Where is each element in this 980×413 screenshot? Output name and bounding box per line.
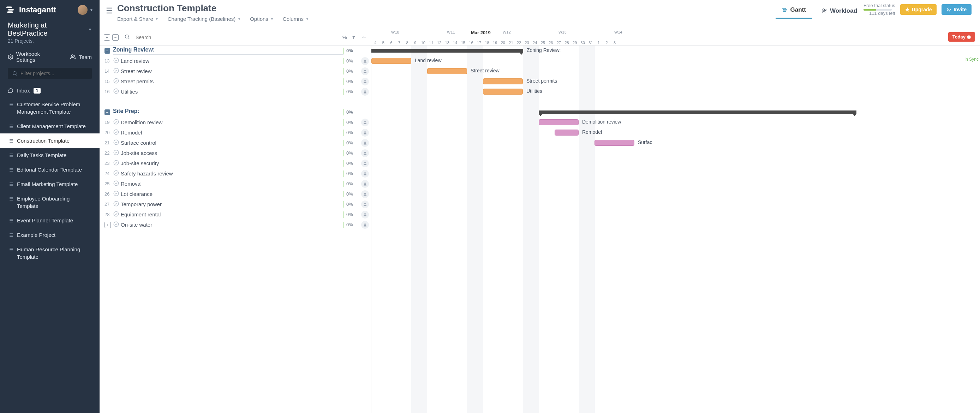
header-menu-item[interactable]: Export & Share ▼	[117, 16, 159, 29]
task-row[interactable]: 20Remodel0%	[100, 127, 371, 138]
summary-bar[interactable]	[539, 111, 856, 114]
assignee-button[interactable]	[359, 160, 371, 167]
percent-filter[interactable]: %	[342, 35, 347, 40]
task-row[interactable]: 14Street review0%	[100, 66, 371, 76]
filter-projects-input[interactable]	[8, 68, 92, 79]
task-row[interactable]: 15Street permits0%	[100, 76, 371, 86]
complete-toggle[interactable]	[113, 88, 121, 96]
task-name: Utilities	[121, 89, 344, 95]
complete-toggle[interactable]	[113, 221, 121, 229]
sidebar-project-item[interactable]: Employee Onboarding Template	[0, 191, 100, 213]
task-bar[interactable]	[371, 58, 411, 64]
sidebar-project-item[interactable]: Human Resource Planning Template	[0, 242, 100, 264]
svg-point-80	[364, 70, 366, 71]
complete-toggle[interactable]	[113, 57, 121, 65]
complete-toggle[interactable]	[113, 180, 121, 188]
sidebar-project-item[interactable]: Event Planner Template	[0, 213, 100, 228]
task-row[interactable]: 26Lot clearance0%	[100, 189, 371, 199]
complete-toggle[interactable]	[113, 149, 121, 157]
back-arrow[interactable]: ←	[361, 33, 367, 41]
logo[interactable]: Instagantt	[6, 5, 56, 14]
complete-toggle[interactable]	[113, 67, 121, 75]
task-row[interactable]: 19Demolition review0%	[100, 117, 371, 127]
inbox-link[interactable]: Inbox 1	[0, 84, 100, 97]
assignee-button[interactable]	[359, 78, 371, 86]
complete-toggle[interactable]	[113, 200, 121, 208]
hamburger-menu[interactable]: ☰	[106, 3, 117, 16]
complete-toggle[interactable]	[113, 170, 121, 178]
summary-bar[interactable]	[371, 49, 523, 52]
complete-toggle[interactable]	[113, 160, 121, 167]
row-number: 14	[105, 68, 113, 74]
task-bar[interactable]	[427, 68, 467, 74]
expand-all-button[interactable]: +	[104, 34, 110, 41]
upgrade-button[interactable]: ★Upgrade	[900, 4, 937, 15]
collapse-icon[interactable]: −	[105, 110, 110, 115]
team-link[interactable]: Team	[70, 51, 92, 63]
complete-toggle[interactable]	[113, 139, 121, 147]
task-bar[interactable]	[483, 89, 523, 95]
task-row[interactable]: +On-site water0%	[100, 219, 371, 230]
day-label: 8	[403, 41, 411, 45]
task-row[interactable]: 25Removal0%	[100, 179, 371, 189]
header-menu-item[interactable]: Options ▼	[250, 16, 274, 29]
filter-icon[interactable]	[352, 35, 356, 40]
task-row[interactable]: 27Temporary power0%	[100, 199, 371, 209]
task-group-row[interactable]: −Site Prep:0%	[100, 107, 371, 117]
assignee-button[interactable]	[359, 88, 371, 96]
filter-field[interactable]	[21, 71, 88, 76]
sidebar-project-item[interactable]: Client Management Template	[0, 119, 100, 133]
collapse-icon[interactable]: −	[105, 48, 110, 54]
task-bar[interactable]	[555, 130, 579, 135]
assignee-button[interactable]	[359, 221, 371, 229]
header-menu-item[interactable]: Columns ▼	[283, 16, 309, 29]
search-input[interactable]	[135, 35, 242, 40]
header-menu-item[interactable]: Change Tracking (Baselines) ▼	[168, 16, 241, 29]
workbook-settings-link[interactable]: Workbook Settings	[8, 51, 60, 63]
today-button[interactable]: Today◉	[948, 32, 975, 42]
assignee-button[interactable]	[359, 129, 371, 137]
task-row[interactable]: 28Equipment rental0%	[100, 209, 371, 219]
sidebar-project-item[interactable]: Editorial Calendar Template	[0, 162, 100, 177]
sidebar-project-item[interactable]: Email Marketing Template	[0, 177, 100, 191]
assignee-button[interactable]	[359, 200, 371, 208]
task-row[interactable]: 22Job-site access0%	[100, 148, 371, 158]
invite-button[interactable]: Invite	[942, 4, 972, 15]
assignee-button[interactable]	[359, 149, 371, 157]
tab-gantt[interactable]: Gantt	[776, 3, 812, 19]
task-bar[interactable]	[595, 140, 635, 146]
assignee-button[interactable]	[359, 211, 371, 219]
task-row[interactable]: 16Utilities0%	[100, 86, 371, 97]
complete-toggle[interactable]	[113, 129, 121, 137]
complete-toggle[interactable]	[113, 78, 121, 86]
assignee-button[interactable]	[359, 119, 371, 126]
search-button[interactable]	[124, 34, 130, 41]
sidebar-project-item[interactable]: Daily Tasks Template	[0, 148, 100, 162]
task-group-row[interactable]: −Zoning Review:0%	[100, 46, 371, 56]
assignee-button[interactable]	[359, 180, 371, 188]
assignee-button[interactable]	[359, 139, 371, 147]
task-bar[interactable]	[483, 78, 523, 84]
task-bar[interactable]	[539, 119, 579, 125]
tab-workload[interactable]: Workload	[815, 4, 864, 19]
user-menu[interactable]: ▼	[78, 5, 93, 15]
add-subtask-button[interactable]: +	[105, 222, 111, 228]
task-row[interactable]: 21Surface control0%	[100, 138, 371, 148]
task-row[interactable]: 13Land review0%	[100, 56, 371, 66]
row-percent: 0%	[344, 160, 359, 167]
gantt-chart[interactable]: In Sync Zoning Review:Land reviewStreet …	[371, 46, 980, 413]
assignee-button[interactable]	[359, 190, 371, 198]
task-row[interactable]: 24Safety hazards review0%	[100, 168, 371, 179]
sidebar-project-item[interactable]: Customer Service Problem Management Temp…	[0, 97, 100, 119]
complete-toggle[interactable]	[113, 211, 121, 219]
assignee-button[interactable]	[359, 170, 371, 178]
task-row[interactable]: 23Job-site security0%	[100, 158, 371, 168]
complete-toggle[interactable]	[113, 190, 121, 198]
collapse-all-button[interactable]: −	[112, 34, 119, 41]
sidebar-project-item[interactable]: Example Project	[0, 228, 100, 242]
sidebar-project-item[interactable]: Construction Template	[0, 133, 100, 148]
complete-toggle[interactable]	[113, 119, 121, 126]
assignee-button[interactable]	[359, 57, 371, 65]
workspace-switcher[interactable]: Marketing at BestPractice▼ 21 Projects.	[0, 17, 100, 44]
assignee-button[interactable]	[359, 67, 371, 75]
